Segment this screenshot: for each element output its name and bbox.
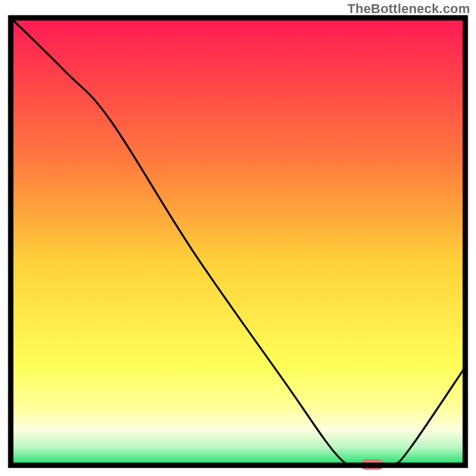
bottleneck-chart <box>0 0 476 476</box>
chart-stage: TheBottleneck.com <box>0 0 476 476</box>
